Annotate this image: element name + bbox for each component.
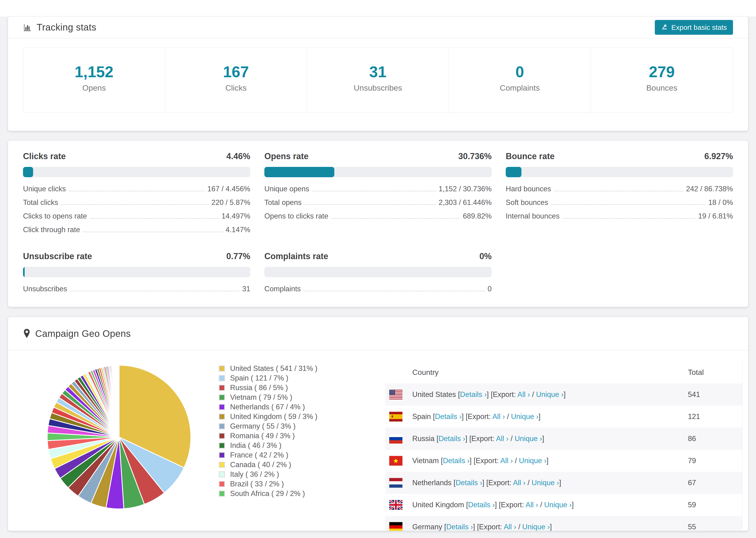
- rate-row-value: 167 / 4.456%: [207, 185, 250, 193]
- geo-table-row-spain: Spain [Details ›] [Export: All › / Uniqu…: [385, 405, 742, 428]
- details-link[interactable]: Details ›: [439, 435, 465, 443]
- dotted-leader: [551, 204, 706, 205]
- legend-swatch: [219, 394, 225, 401]
- export-all-link[interactable]: All ›: [525, 501, 538, 509]
- legend-item-spain: Spain ( 121 / 7% ): [219, 373, 378, 383]
- export-all-link[interactable]: All ›: [500, 457, 513, 465]
- rates-card: Clicks rate 4.46% Unique clicks 167 / 4.…: [8, 140, 748, 307]
- rate-row-value: 18 / 0%: [708, 198, 733, 207]
- rate-head: Bounce rate 6.927%: [506, 151, 733, 161]
- rate-rows: Complaints 0: [264, 285, 492, 293]
- export-unique-link[interactable]: Unique ›: [514, 435, 542, 443]
- geo-title: Campaign Geo Opens: [23, 328, 131, 339]
- geo-header: Campaign Geo Opens: [8, 317, 748, 350]
- stat-cell-unsubscribes: 31 Unsubscribes: [307, 48, 449, 112]
- details-link[interactable]: Details ›: [468, 501, 495, 509]
- export-unique-link[interactable]: Unique ›: [519, 457, 546, 465]
- rate-row-value: 31: [242, 285, 250, 293]
- rate-row-internal-bounces: Internal bounces 19 / 6.81%: [506, 212, 733, 220]
- geo-table-header: Country Total: [385, 361, 742, 384]
- flag-icon-nl: [389, 478, 403, 488]
- legend-label: Russia ( 86 / 5% ): [230, 384, 288, 392]
- rate-row-value: 2,303 / 61.446%: [439, 198, 492, 207]
- stat-value: 0: [449, 64, 590, 80]
- legend-item-united-states: United States ( 541 / 31% ): [219, 364, 378, 373]
- total-cell: 86: [688, 435, 742, 443]
- rate-value: 4.46%: [226, 151, 250, 161]
- country-cell: Spain [Details ›] [Export: All › / Uniqu…: [385, 412, 688, 421]
- export-unique-link[interactable]: Unique ›: [536, 390, 564, 399]
- geo-content: United States ( 541 / 31% ) Spain ( 121 …: [8, 350, 748, 531]
- total-cell: 55: [688, 523, 742, 531]
- stat-label: Bounces: [591, 83, 733, 92]
- geo-pie-chart: [44, 362, 194, 512]
- rate-row-total-clicks: Total clicks 220 / 5.87%: [23, 198, 250, 207]
- export-unique-link[interactable]: Unique ›: [522, 523, 550, 531]
- legend-label: France ( 42 / 2% ): [230, 451, 288, 459]
- geo-table-row-netherlands: Netherlands [Details ›] [Export: All › /…: [385, 472, 742, 494]
- legend-label: Germany ( 55 / 3% ): [230, 422, 296, 430]
- dotted-leader: [554, 191, 683, 191]
- country-cell: United States [Details ›] [Export: All ›…: [385, 390, 688, 399]
- legend-item-united-kingdom: United Kingdom ( 59 / 3% ): [219, 412, 378, 421]
- geo-title-text: Campaign Geo Opens: [35, 328, 131, 339]
- rate-row-value: 4.147%: [226, 226, 250, 234]
- rate-row-complaints: Complaints 0: [264, 285, 492, 293]
- column-header-country: Country: [385, 368, 688, 377]
- stat-value: 1,152: [23, 64, 165, 80]
- progress-track: [264, 167, 492, 177]
- stat-label: Clicks: [165, 83, 307, 92]
- rate-head: Opens rate 30.736%: [264, 151, 492, 161]
- export-unique-link[interactable]: Unique ›: [531, 479, 559, 487]
- rate-row-opens-to-clicks-rate: Opens to clicks rate 689.82%: [264, 212, 492, 220]
- country-cell: Germany [Details ›] [Export: All › / Uni…: [385, 523, 688, 531]
- legend-label: Canada ( 40 / 2% ): [230, 460, 291, 469]
- stat-cell-clicks: 167 Clicks: [165, 48, 307, 112]
- dotted-leader: [562, 218, 695, 219]
- export-all-link[interactable]: All ›: [513, 479, 525, 487]
- total-cell: 67: [688, 479, 742, 487]
- export-basic-stats-button[interactable]: Export basic stats: [655, 20, 733, 35]
- export-all-link[interactable]: All ›: [517, 390, 530, 399]
- export-all-link[interactable]: All ›: [492, 412, 505, 421]
- rate-block-unsubscribe-rate: Unsubscribe rate 0.77% Unsubscribes 31: [23, 251, 250, 298]
- stat-label: Complaints: [449, 83, 590, 92]
- legend-swatch: [219, 491, 225, 497]
- rate-rows: Unique opens 1,152 / 30.736% Total opens…: [264, 185, 492, 220]
- rate-head: Unsubscribe rate 0.77%: [23, 251, 250, 261]
- rate-row-label: Total clicks: [23, 198, 58, 207]
- legend-label: South Africa ( 29 / 2% ): [230, 489, 305, 498]
- export-all-link[interactable]: All ›: [504, 523, 516, 531]
- flag-icon-vn: [389, 456, 403, 466]
- details-link[interactable]: Details ›: [435, 412, 462, 421]
- details-link[interactable]: Details ›: [446, 523, 473, 531]
- rate-block-clicks-rate: Clicks rate 4.46% Unique clicks 167 / 4.…: [23, 151, 250, 239]
- details-link[interactable]: Details ›: [460, 390, 487, 399]
- legend-label: United States ( 541 / 31% ): [230, 364, 317, 373]
- rate-row-label: Unsubscribes: [23, 285, 67, 293]
- summary-stats-row: 1,152 Opens 167 Clicks 31 Unsubscribes 0…: [23, 47, 733, 113]
- export-unique-link[interactable]: Unique ›: [544, 501, 572, 509]
- geo-legend: United States ( 541 / 31% ) Spain ( 121 …: [219, 364, 378, 498]
- dotted-leader: [303, 291, 485, 291]
- legend-swatch: [219, 462, 225, 468]
- details-link[interactable]: Details ›: [443, 457, 469, 465]
- stat-value: 167: [165, 64, 307, 80]
- rate-row-unique-clicks: Unique clicks 167 / 4.456%: [23, 185, 250, 193]
- rate-row-value: 242 / 86.738%: [686, 185, 733, 193]
- total-cell: 541: [688, 390, 742, 399]
- rate-row-value: 14.497%: [222, 212, 250, 220]
- export-unique-link[interactable]: Unique ›: [511, 412, 538, 421]
- rates-grid: Clicks rate 4.46% Unique clicks 167 / 4.…: [8, 140, 748, 307]
- rate-row-click-through-rate: Click through rate 4.147%: [23, 226, 250, 234]
- progress-fill: [23, 167, 33, 177]
- rate-row-label: Unique clicks: [23, 185, 66, 193]
- export-all-link[interactable]: All ›: [496, 435, 509, 443]
- rate-row-value: 0: [488, 285, 492, 293]
- rate-row-soft-bounces: Soft bounces 18 / 0%: [506, 198, 733, 207]
- legend-label: India ( 46 / 3% ): [230, 441, 282, 450]
- stat-cell-opens: 1,152 Opens: [23, 48, 165, 112]
- rate-value: 30.736%: [458, 151, 492, 161]
- rate-title: Complaints rate: [264, 251, 328, 261]
- details-link[interactable]: Details ›: [456, 479, 482, 487]
